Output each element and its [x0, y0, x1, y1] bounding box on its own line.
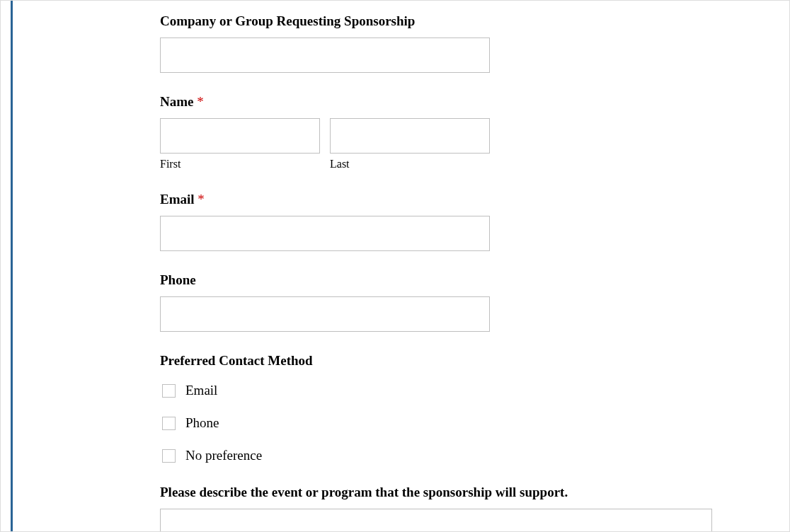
email-label: Email *	[160, 192, 789, 207]
name-row: First Last	[160, 118, 789, 170]
company-group-input[interactable]	[160, 37, 490, 73]
event-description-field: Please describe the event or program tha…	[160, 485, 789, 532]
email-field: Email *	[160, 192, 789, 251]
email-label-text: Email	[160, 192, 195, 207]
company-group-label: Company or Group Requesting Sponsorship	[160, 13, 789, 29]
phone-input[interactable]	[160, 296, 490, 332]
first-name-col: First	[160, 118, 320, 170]
last-name-col: Last	[330, 118, 490, 170]
checkbox-row-email: Email	[160, 383, 789, 398]
phone-label: Phone	[160, 272, 789, 288]
first-name-input[interactable]	[160, 118, 320, 154]
checkbox-phone-label: Phone	[185, 415, 219, 431]
accent-bar	[11, 1, 13, 531]
name-label-text: Name	[160, 94, 193, 109]
form-content: Company or Group Requesting Sponsorship …	[1, 1, 789, 532]
checkbox-phone[interactable]	[162, 417, 176, 430]
name-label: Name *	[160, 94, 789, 110]
name-required: *	[197, 94, 204, 109]
contact-method-label: Preferred Contact Method	[160, 353, 789, 369]
event-description-label: Please describe the event or program tha…	[160, 485, 789, 500]
form-page: Company or Group Requesting Sponsorship …	[0, 0, 790, 532]
contact-method-field: Preferred Contact Method Email Phone No …	[160, 353, 789, 463]
checkbox-email-label: Email	[185, 383, 217, 398]
phone-field: Phone	[160, 272, 789, 332]
first-sublabel: First	[160, 158, 320, 170]
name-field: Name * First Last	[160, 94, 789, 170]
checkbox-row-nopref: No preference	[160, 448, 789, 463]
email-required: *	[198, 192, 205, 207]
last-name-input[interactable]	[330, 118, 490, 154]
checkbox-row-phone: Phone	[160, 415, 789, 431]
email-input[interactable]	[160, 216, 490, 251]
company-group-field: Company or Group Requesting Sponsorship	[160, 13, 789, 73]
event-description-input[interactable]	[160, 509, 712, 532]
checkbox-email[interactable]	[162, 384, 176, 398]
checkbox-nopref-label: No preference	[185, 448, 262, 463]
last-sublabel: Last	[330, 158, 490, 170]
checkbox-nopref[interactable]	[162, 449, 176, 463]
